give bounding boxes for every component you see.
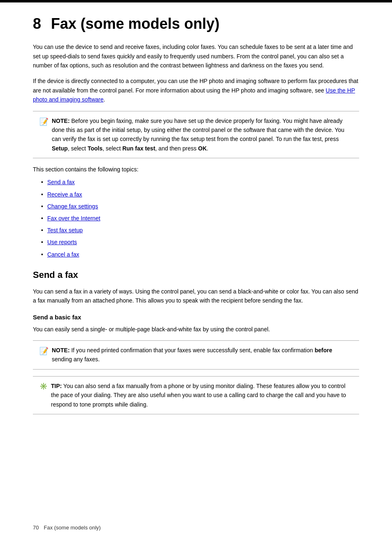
- note-icon-1: 📝: [39, 117, 48, 126]
- send-fax-paragraph: You can send a fax in a variety of ways.…: [33, 287, 359, 305]
- send-basic-fax-paragraph: You can easily send a single- or multipl…: [33, 325, 359, 334]
- tip-content: TIP: You can also send a fax manually fr…: [51, 381, 353, 409]
- intro-paragraph-2: If the device is directly connected to a…: [33, 76, 359, 104]
- topics-list: Send a fax Receive a fax Change fax sett…: [33, 177, 359, 259]
- chapter-number: 8: [33, 15, 41, 32]
- note-content-1: NOTE: Before you begin faxing, make sure…: [52, 116, 353, 153]
- note-text-5: .: [207, 145, 208, 152]
- note-runfax-bold: Run fax test: [122, 145, 155, 152]
- note-icon-2: 📝: [39, 347, 48, 356]
- topics-intro: This section contains the following topi…: [33, 165, 359, 174]
- tip-label: TIP:: [51, 383, 62, 389]
- topic-link-fax-over-internet[interactable]: Fax over the Internet: [47, 215, 100, 222]
- list-item: Send a fax: [41, 177, 359, 187]
- topic-link-cancel-fax[interactable]: Cancel a fax: [47, 251, 79, 258]
- note-tools-bold: Tools: [88, 145, 102, 152]
- tip-text: You can also send a fax manually from a …: [51, 383, 346, 408]
- send-basic-fax-subtitle: Send a basic fax: [33, 314, 359, 321]
- topic-link-change-fax-settings[interactable]: Change fax settings: [47, 203, 98, 210]
- intro-paragraph-1: You can use the device to send and recei…: [33, 42, 359, 70]
- list-item: Change fax settings: [41, 201, 359, 212]
- topic-link-receive-fax[interactable]: Receive a fax: [47, 191, 82, 198]
- list-item: Fax over the Internet: [41, 213, 359, 224]
- note-box-1: 📝 NOTE: Before you begin faxing, make su…: [33, 111, 359, 159]
- note-text-2: , select: [68, 145, 88, 152]
- note-label-1: NOTE:: [52, 118, 70, 124]
- note-box-2: 📝 NOTE: If you need printed confirmation…: [33, 340, 359, 370]
- note-ok-bold: OK: [198, 145, 207, 152]
- topic-link-send-fax[interactable]: Send a fax: [47, 179, 75, 185]
- chapter-title: 8Fax (some models only): [33, 11, 359, 32]
- page: 8Fax (some models only) You can use the …: [0, 0, 392, 543]
- note2-before-bold: before: [315, 347, 332, 354]
- list-item: Receive a fax: [41, 189, 359, 200]
- note-content-2: NOTE: If you need printed confirmation t…: [52, 346, 353, 364]
- topic-link-test-fax-setup[interactable]: Test fax setup: [47, 227, 83, 233]
- footer-text: Fax (some models only): [44, 525, 101, 531]
- list-item: Use reports: [41, 237, 359, 247]
- topic-link-use-reports[interactable]: Use reports: [47, 239, 77, 245]
- chapter-title-text: Fax (some models only): [51, 15, 219, 32]
- note-text-4: , and then press: [155, 145, 198, 152]
- note-label-2: NOTE:: [52, 347, 70, 354]
- tip-box: ✳️ TIP: You can also send a fax manually…: [33, 376, 359, 414]
- note2-text-1: If you need printed confirmation that yo…: [71, 347, 314, 354]
- note-setup-bold: Setup: [52, 145, 68, 152]
- note2-text-2: sending any faxes.: [52, 356, 100, 363]
- footer-page-number: 70: [33, 525, 39, 531]
- note-text-3: , select: [102, 145, 122, 152]
- tip-icon: ✳️: [39, 382, 48, 390]
- note-text-1: Before you begin faxing, make sure you h…: [52, 118, 344, 143]
- send-fax-section-title: Send a fax: [33, 270, 359, 280]
- list-item: Test fax setup: [41, 225, 359, 236]
- content-area: 8Fax (some models only) You can use the …: [0, 2, 392, 437]
- footer: 70 Fax (some models only): [33, 525, 359, 531]
- intro-para2-text2: .: [104, 96, 105, 103]
- list-item: Cancel a fax: [41, 250, 359, 260]
- intro-para2-text1: If the device is directly connected to a…: [33, 78, 358, 93]
